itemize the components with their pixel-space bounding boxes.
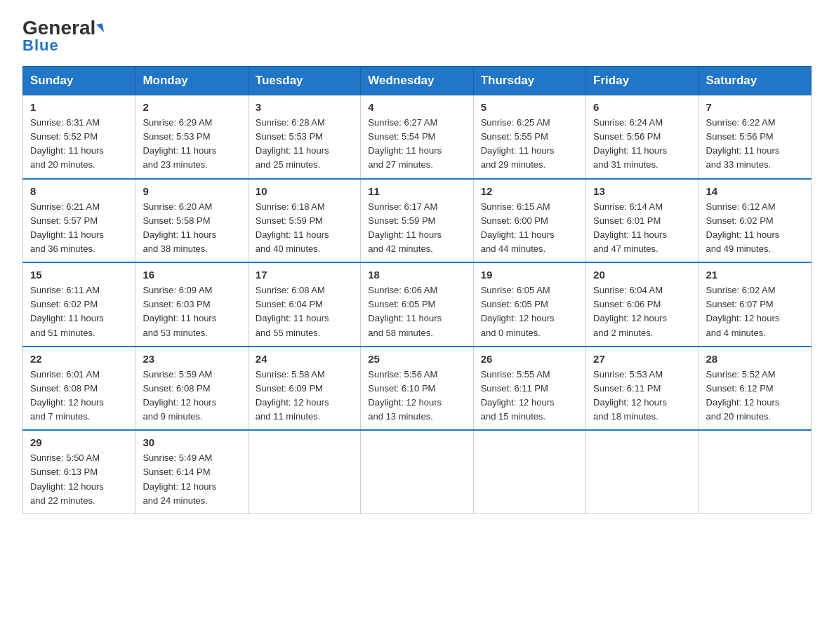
day-number: 2 [143,101,240,113]
day-number: 14 [706,185,804,197]
day-info: Sunrise: 6:01 AM Sunset: 6:08 PM Dayligh… [30,368,128,424]
sunrise-label: Sunrise: 6:12 AM [706,201,776,212]
day-number: 9 [143,185,240,197]
daylight-label: Daylight: 11 hours and 27 minutes. [368,145,442,170]
daylight-label: Daylight: 12 hours and 15 minutes. [481,397,555,422]
calendar-table: SundayMondayTuesdayWednesdayThursdayFrid… [22,66,812,514]
sunrise-label: Sunrise: 5:56 AM [368,369,437,380]
daylight-label: Daylight: 11 hours and 49 minutes. [706,229,780,254]
day-number: 11 [368,185,465,197]
calendar-cell: 8 Sunrise: 6:21 AM Sunset: 5:57 PM Dayli… [23,179,135,263]
daylight-label: Daylight: 11 hours and 29 minutes. [481,145,555,170]
sunrise-label: Sunrise: 6:29 AM [143,117,212,128]
daylight-label: Daylight: 12 hours and 20 minutes. [706,397,780,422]
calendar-cell: 16 Sunrise: 6:09 AM Sunset: 6:03 PM Dayl… [135,262,248,347]
daylight-label: Daylight: 11 hours and 44 minutes. [481,229,555,254]
calendar-cell [586,430,699,514]
calendar-cell [699,430,811,514]
sunrise-label: Sunrise: 5:53 AM [593,369,663,380]
calendar-cell: 18 Sunrise: 6:06 AM Sunset: 6:05 PM Dayl… [361,262,473,347]
logo-blue: Blue [22,36,59,55]
sunset-label: Sunset: 5:53 PM [143,131,210,142]
day-number: 26 [481,353,578,365]
sunrise-label: Sunrise: 5:49 AM [143,452,212,463]
sunrise-label: Sunrise: 5:52 AM [706,369,776,380]
calendar-week-row: 8 Sunrise: 6:21 AM Sunset: 5:57 PM Dayli… [23,179,812,263]
sunset-label: Sunset: 5:53 PM [256,131,323,142]
day-info: Sunrise: 6:12 AM Sunset: 6:02 PM Dayligh… [706,200,804,257]
sunset-label: Sunset: 5:54 PM [368,131,435,142]
day-info: Sunrise: 6:05 AM Sunset: 6:05 PM Dayligh… [481,283,578,340]
calendar-cell: 4 Sunrise: 6:27 AM Sunset: 5:54 PM Dayli… [361,95,473,179]
sunset-label: Sunset: 5:52 PM [30,131,98,142]
day-info: Sunrise: 6:08 AM Sunset: 6:04 PM Dayligh… [256,283,353,340]
day-number: 25 [368,353,465,365]
calendar-week-row: 29 Sunrise: 5:50 AM Sunset: 6:13 PM Dayl… [23,430,812,514]
sunset-label: Sunset: 6:11 PM [481,383,548,394]
daylight-label: Daylight: 12 hours and 24 minutes. [143,481,216,506]
calendar-cell: 12 Sunrise: 6:15 AM Sunset: 6:00 PM Dayl… [473,179,585,263]
calendar-cell: 21 Sunrise: 6:02 AM Sunset: 6:07 PM Dayl… [699,262,811,347]
sunrise-label: Sunrise: 6:28 AM [256,117,325,128]
header-friday: Friday [586,67,699,95]
day-info: Sunrise: 6:02 AM Sunset: 6:07 PM Dayligh… [706,283,804,340]
sunrise-label: Sunrise: 6:20 AM [143,201,212,212]
calendar-cell: 10 Sunrise: 6:18 AM Sunset: 5:59 PM Dayl… [248,179,360,263]
calendar-cell: 11 Sunrise: 6:17 AM Sunset: 5:59 PM Dayl… [361,179,473,263]
daylight-label: Daylight: 11 hours and 31 minutes. [593,145,667,170]
calendar-cell: 25 Sunrise: 5:56 AM Sunset: 6:10 PM Dayl… [361,347,473,431]
header-monday: Monday [135,67,248,95]
calendar-cell: 27 Sunrise: 5:53 AM Sunset: 6:11 PM Dayl… [586,347,699,431]
calendar-cell: 7 Sunrise: 6:22 AM Sunset: 5:56 PM Dayli… [699,95,811,179]
sunset-label: Sunset: 5:58 PM [143,215,210,226]
calendar-cell: 14 Sunrise: 6:12 AM Sunset: 6:02 PM Dayl… [699,179,811,263]
day-info: Sunrise: 6:11 AM Sunset: 6:02 PM Dayligh… [30,283,128,340]
daylight-label: Daylight: 12 hours and 9 minutes. [143,397,216,422]
sunrise-label: Sunrise: 6:02 AM [706,285,776,295]
daylight-label: Daylight: 11 hours and 40 minutes. [256,229,329,254]
day-info: Sunrise: 6:17 AM Sunset: 5:59 PM Dayligh… [368,200,465,257]
sunset-label: Sunset: 6:00 PM [481,215,548,226]
sunrise-label: Sunrise: 6:25 AM [481,117,550,128]
calendar-cell: 17 Sunrise: 6:08 AM Sunset: 6:04 PM Dayl… [248,262,360,347]
sunrise-label: Sunrise: 6:22 AM [706,117,776,128]
sunset-label: Sunset: 6:05 PM [481,299,548,309]
day-number: 7 [706,101,804,113]
day-info: Sunrise: 5:53 AM Sunset: 6:11 PM Dayligh… [593,368,691,424]
day-number: 20 [593,269,691,281]
calendar-cell: 9 Sunrise: 6:20 AM Sunset: 5:58 PM Dayli… [135,179,248,263]
sunset-label: Sunset: 6:02 PM [30,299,98,309]
calendar-cell: 19 Sunrise: 6:05 AM Sunset: 6:05 PM Dayl… [473,262,585,347]
calendar-cell: 28 Sunrise: 5:52 AM Sunset: 6:12 PM Dayl… [699,347,811,431]
daylight-label: Daylight: 11 hours and 47 minutes. [593,229,667,254]
calendar-cell [248,430,360,514]
daylight-label: Daylight: 11 hours and 53 minutes. [143,313,216,337]
sunrise-label: Sunrise: 5:58 AM [256,369,325,380]
calendar-cell: 22 Sunrise: 6:01 AM Sunset: 6:08 PM Dayl… [23,347,135,431]
daylight-label: Daylight: 11 hours and 36 minutes. [30,229,104,254]
day-info: Sunrise: 6:06 AM Sunset: 6:05 PM Dayligh… [368,283,465,340]
header-wednesday: Wednesday [361,67,473,95]
daylight-label: Daylight: 11 hours and 25 minutes. [256,145,329,170]
day-info: Sunrise: 6:27 AM Sunset: 5:54 PM Dayligh… [368,116,465,173]
header-saturday: Saturday [699,67,811,95]
sunset-label: Sunset: 6:09 PM [256,383,323,394]
sunrise-label: Sunrise: 6:17 AM [368,201,437,212]
sunrise-label: Sunrise: 6:06 AM [368,285,437,295]
sunset-label: Sunset: 6:14 PM [143,467,210,477]
calendar-cell: 26 Sunrise: 5:55 AM Sunset: 6:11 PM Dayl… [473,347,585,431]
calendar-cell: 3 Sunrise: 6:28 AM Sunset: 5:53 PM Dayli… [248,95,360,179]
sunset-label: Sunset: 6:10 PM [368,383,435,394]
sunrise-label: Sunrise: 6:31 AM [30,117,100,128]
day-info: Sunrise: 6:09 AM Sunset: 6:03 PM Dayligh… [143,283,240,340]
daylight-label: Daylight: 12 hours and 2 minutes. [593,313,667,337]
day-number: 19 [481,269,578,281]
daylight-label: Daylight: 12 hours and 4 minutes. [706,313,780,337]
sunset-label: Sunset: 6:07 PM [706,299,774,309]
daylight-label: Daylight: 11 hours and 33 minutes. [706,145,780,170]
calendar-week-row: 15 Sunrise: 6:11 AM Sunset: 6:02 PM Dayl… [23,262,812,347]
calendar-cell [361,430,473,514]
sunrise-label: Sunrise: 5:50 AM [30,452,100,463]
calendar-cell: 23 Sunrise: 5:59 AM Sunset: 6:08 PM Dayl… [135,347,248,431]
sunset-label: Sunset: 5:59 PM [368,215,435,226]
